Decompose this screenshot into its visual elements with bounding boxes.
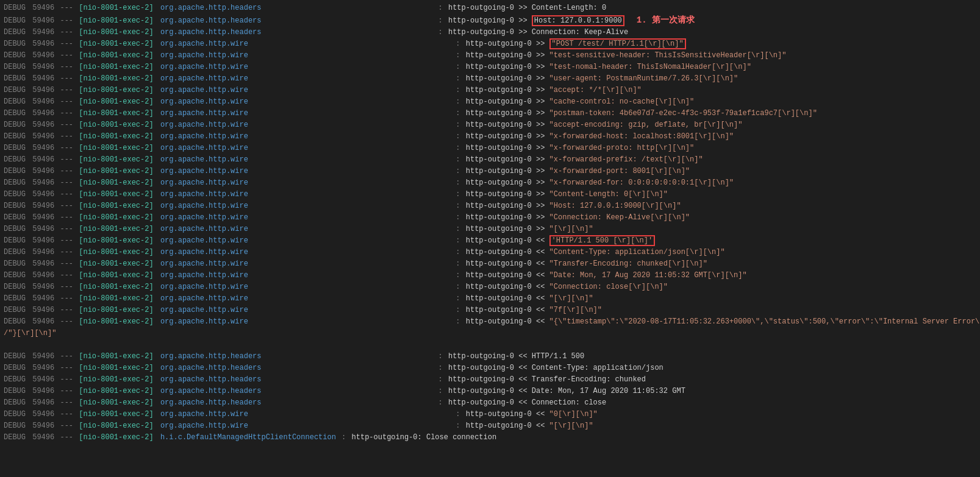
log-pid: 59496 — [32, 15, 54, 26]
log-logger-hic: h.i.c.DefaultManagedHttpClientConnection — [160, 432, 336, 443]
log-message: http-outgoing-0 >> "test-sensitive-heade… — [462, 50, 787, 61]
log-line: DEBUG 59496 --- [nio-8001-exec-2] org.ap… — [0, 305, 980, 316]
log-thread: [nio-8001-exec-2] — [79, 374, 153, 385]
log-message: http-outgoing-0 << Content-Type: applica… — [444, 362, 663, 373]
log-logger: org.apache.http.wire — [160, 108, 248, 119]
post-highlight: "POST /test/ HTTP/1.1[\r][\n]" — [549, 38, 686, 49]
log-thread: [nio-8001-exec-2] — [79, 15, 153, 26]
log-container: DEBUG 59496 --- [nio-8001-exec-2] org.ap… — [0, 0, 980, 446]
log-logger: org.apache.http.wire — [160, 38, 248, 49]
log-message: http-outgoing-0 << "0[\r][\n]" — [462, 409, 598, 420]
log-line: DEBUG 59496 --- [nio-8001-exec-2] org.ap… — [0, 27, 980, 38]
log-thread: [nio-8001-exec-2] — [79, 2, 153, 13]
log-level: DEBUG — [4, 50, 26, 61]
log-pid: 59496 — [32, 362, 54, 373]
log-pid: 59496 — [32, 27, 54, 38]
log-pid: 59496 — [32, 143, 54, 154]
log-message: http-outgoing-0 >> "x-forwarded-prefix: … — [462, 154, 703, 165]
log-thread: [nio-8001-exec-2] — [79, 420, 153, 431]
log-thread: [nio-8001-exec-2] — [79, 305, 153, 316]
log-level: DEBUG — [4, 27, 26, 38]
log-level: DEBUG — [4, 96, 26, 107]
log-message: http-outgoing-0 >> "POST /test/ HTTP/1.1… — [462, 38, 686, 49]
log-thread: [nio-8001-exec-2] — [79, 258, 153, 269]
log-level: DEBUG — [4, 247, 26, 258]
log-message: http-outgoing-0 << "[\r][\n]" — [462, 420, 593, 431]
log-logger: org.apache.http.wire — [160, 258, 248, 269]
log-level: DEBUG — [4, 305, 26, 316]
log-thread: [nio-8001-exec-2] — [79, 38, 153, 49]
log-pid: 59496 — [32, 224, 54, 235]
log-message: http-outgoing-0: Close connection — [347, 432, 496, 443]
log-message: http-outgoing-0 >> Connection: Keep-Aliv… — [444, 27, 628, 38]
log-logger: org.apache.http.wire — [160, 85, 248, 96]
log-message: http-outgoing-0 << 'HTTP/1.1 500 [\r][\n… — [462, 235, 656, 246]
log-level: DEBUG — [4, 15, 26, 26]
log-line: DEBUG 59496 --- [nio-8001-exec-2] org.ap… — [0, 96, 980, 108]
log-logger: org.apache.http.wire — [160, 316, 248, 327]
log-line: DEBUG 59496 --- [nio-8001-exec-2] org.ap… — [0, 154, 980, 166]
log-level: DEBUG — [4, 85, 26, 96]
log-message: http-outgoing-0 << "Transfer-Encoding: c… — [462, 258, 707, 269]
log-thread: [nio-8001-exec-2] — [79, 166, 153, 177]
log-message: http-outgoing-0 >> "postman-token: 4b6e0… — [462, 108, 817, 119]
log-line: DEBUG 59496 --- [nio-8001-exec-2] org.ap… — [0, 247, 980, 258]
log-message: http-outgoing-0 >> Content-Length: 0 — [444, 2, 606, 13]
continuation-text: /"}[\r][\n]" — [4, 328, 56, 339]
log-pid: 59496 — [32, 374, 54, 385]
log-level: DEBUG — [4, 374, 26, 385]
log-pid: 59496 — [32, 50, 54, 61]
log-pid: 59496 — [32, 386, 54, 397]
log-level: DEBUG — [4, 316, 26, 327]
log-thread: [nio-8001-exec-2] — [79, 432, 153, 443]
log-pid: 59496 — [32, 420, 54, 431]
log-logger: org.apache.http.wire — [160, 270, 248, 281]
log-message: http-outgoing-0 >> "Content-Length: 0[\r… — [462, 189, 668, 200]
log-thread: [nio-8001-exec-2] — [79, 293, 153, 304]
log-line: DEBUG 59496 --- [nio-8001-exec-2] org.ap… — [0, 224, 980, 235]
log-message: http-outgoing-0 << "Content-Type: applic… — [462, 247, 725, 258]
log-thread: [nio-8001-exec-2] — [79, 119, 153, 130]
log-message: http-outgoing-0 >> "Connection: Keep-Ali… — [462, 212, 690, 223]
log-logger: org.apache.http.wire — [160, 281, 248, 292]
log-level: DEBUG — [4, 38, 26, 49]
log-line: DEBUG 59496 --- [nio-8001-exec-2] org.ap… — [0, 235, 980, 247]
log-thread: [nio-8001-exec-2] — [79, 96, 153, 107]
log-message: http-outgoing-0 >> "test-nomal-header: T… — [462, 62, 751, 72]
log-level: DEBUG — [4, 62, 26, 72]
log-pid: 59496 — [32, 154, 54, 165]
log-level: DEBUG — [4, 2, 26, 13]
log-pid: 59496 — [32, 397, 54, 408]
log-level: DEBUG — [4, 119, 26, 130]
log-logger: org.apache.http.wire — [160, 212, 248, 223]
log-line: DEBUG 59496 --- [nio-8001-exec-2] org.ap… — [0, 397, 980, 409]
log-logger: org.apache.http.wire — [160, 189, 248, 200]
log-logger: org.apache.http.wire — [160, 293, 248, 304]
log-logger: org.apache.http.wire — [160, 143, 248, 154]
log-pid: 59496 — [32, 62, 54, 72]
log-line: DEBUG 59496 --- [nio-8001-exec-2] org.ap… — [0, 166, 980, 177]
log-thread: [nio-8001-exec-2] — [79, 362, 153, 373]
log-line: DEBUG 59496 --- [nio-8001-exec-2] org.ap… — [0, 409, 980, 420]
annotation-first-request: 1. 第一次请求 — [637, 14, 695, 27]
log-thread: [nio-8001-exec-2] — [79, 131, 153, 142]
log-level: DEBUG — [4, 73, 26, 84]
log-line: DEBUG 59496 --- [nio-8001-exec-2] org.ap… — [0, 62, 980, 73]
log-level: DEBUG — [4, 362, 26, 373]
log-line: DEBUG 59496 --- [nio-8001-exec-2] org.ap… — [0, 50, 980, 62]
log-thread: [nio-8001-exec-2] — [79, 270, 153, 281]
log-line: DEBUG 59496 --- [nio-8001-exec-2] org.ap… — [0, 131, 980, 143]
log-logger: org.apache.http.headers — [160, 15, 262, 26]
log-logger: org.apache.http.headers — [160, 374, 262, 385]
log-thread: [nio-8001-exec-2] — [79, 386, 153, 397]
log-line: DEBUG 59496 --- [nio-8001-exec-2] org.ap… — [0, 119, 980, 131]
log-level: DEBUG — [4, 351, 26, 362]
log-continuation-line: /"}[\r][\n]" — [0, 328, 980, 339]
log-message: http-outgoing-0 << "{\"timestamp\":\"202… — [462, 316, 980, 327]
log-line-last: DEBUG 59496 --- [nio-8001-exec-2] h.i.c.… — [0, 432, 980, 443]
log-line: DEBUG 59496 --- [nio-8001-exec-2] org.ap… — [0, 73, 980, 85]
log-logger: org.apache.http.wire — [160, 420, 248, 431]
log-logger: org.apache.http.headers — [160, 362, 262, 373]
log-pid: 59496 — [32, 409, 54, 420]
log-pid: 59496 — [32, 351, 54, 362]
